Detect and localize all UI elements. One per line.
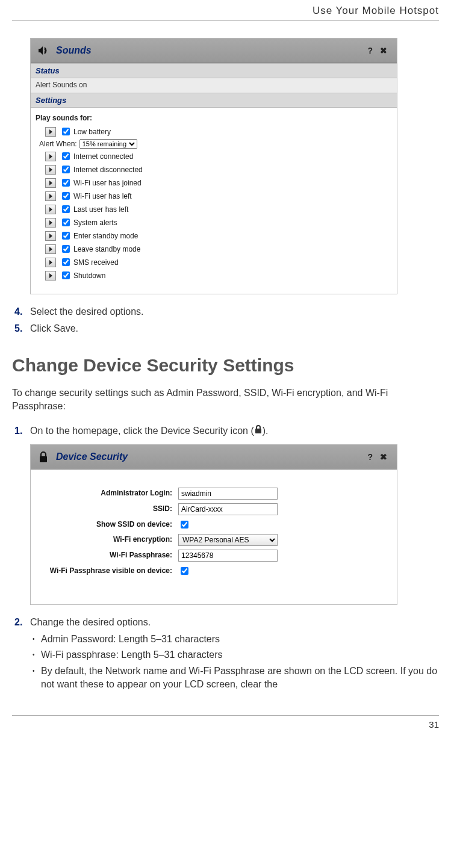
sound-row: Shutdown <box>45 270 392 281</box>
sound-label: Low battery <box>73 128 111 136</box>
sound-label: SMS received <box>73 258 119 267</box>
sound-row: Wi-Fi user has left <box>45 190 392 202</box>
play-icon[interactable] <box>45 165 56 175</box>
checkbox[interactable] <box>62 219 70 226</box>
checkbox[interactable] <box>62 258 70 266</box>
status-header: Status <box>31 63 397 78</box>
checkbox[interactable] <box>62 179 70 187</box>
sound-label: Shutdown <box>73 271 105 280</box>
help-icon[interactable]: ? <box>364 46 376 55</box>
bullet-text: Wi-Fi passphrase: Length 5–31 characters <box>41 648 439 662</box>
play-icon[interactable] <box>45 258 56 267</box>
close-icon[interactable]: ✖ <box>376 452 391 462</box>
sound-label: Enter standby mode <box>73 232 138 240</box>
sound-row: Internet connected <box>45 150 392 162</box>
sound-row: Last user has left <box>45 203 392 215</box>
input-passphrase[interactable] <box>178 550 278 562</box>
play-icon[interactable] <box>45 191 56 201</box>
step-1: 1. On to the homepage, click the Device … <box>14 424 439 438</box>
sound-row-low-battery: Low battery <box>45 126 392 137</box>
play-icon[interactable] <box>45 178 56 188</box>
sound-row: Wi-Fi user has joined <box>45 177 392 188</box>
checkbox[interactable] <box>62 245 70 253</box>
settings-header: Settings <box>31 93 397 108</box>
input-ssid[interactable] <box>178 503 278 515</box>
help-icon[interactable]: ? <box>364 452 376 462</box>
checkbox-passphrase-visible[interactable] <box>181 567 188 575</box>
sounds-title: Sounds <box>56 45 364 56</box>
input-admin-login[interactable] <box>178 488 278 500</box>
sound-label: Wi-Fi user has joined <box>73 179 142 187</box>
footer-divider <box>12 715 439 716</box>
sound-label: System alerts <box>73 219 117 227</box>
sound-row: SMS received <box>45 256 392 268</box>
checkbox[interactable] <box>62 152 70 160</box>
bullet-text: By default, the Network name and Wi-Fi P… <box>41 665 439 692</box>
device-security-panel: Device Security ? ✖ Administrator Login:… <box>30 444 397 605</box>
sound-row: System alerts <box>45 217 392 228</box>
sound-label: Internet connected <box>73 152 133 161</box>
bullet-wifi-passphrase: Wi-Fi passphrase: Length 5–31 characters <box>33 648 439 662</box>
step-number: 5. <box>14 322 30 335</box>
bullet-icon <box>33 665 41 692</box>
checkbox-show-ssid[interactable] <box>181 521 188 529</box>
label-admin-login: Administrator Login: <box>37 489 178 497</box>
page-header-title: Use Your Mobile Hotspot <box>12 0 439 20</box>
play-icon[interactable] <box>45 218 56 228</box>
row-ssid: SSID: <box>37 503 391 515</box>
bullet-icon <box>33 648 41 662</box>
sound-row: Enter standby mode <box>45 230 392 241</box>
checkbox[interactable] <box>62 192 70 200</box>
security-titlebar: Device Security ? ✖ <box>31 445 397 470</box>
page-number: 31 <box>12 719 439 736</box>
step-4: 4. Select the desired options. <box>14 305 439 318</box>
svg-rect-0 <box>255 429 261 433</box>
alert-when-row: Alert When: 15% remaining <box>39 139 392 149</box>
step-number: 4. <box>14 305 30 318</box>
step-number: 2. <box>14 616 30 629</box>
alert-when-select[interactable]: 15% remaining <box>79 139 137 149</box>
play-icon[interactable] <box>45 271 56 281</box>
checkbox[interactable] <box>62 205 70 213</box>
select-encryption[interactable]: WPA2 Personal AES <box>178 534 278 546</box>
sound-label: Last user has left <box>73 205 128 214</box>
speaker-icon <box>37 44 50 57</box>
row-passphrase-visible: Wi-Fi Passphrase visible on device: <box>37 565 391 577</box>
intro-paragraph: To change security settings such as Admi… <box>12 386 439 414</box>
label-passphrase: Wi-Fi Passphrase: <box>37 551 178 559</box>
step-number: 1. <box>14 424 30 438</box>
section-heading: Change Device Security Settings <box>12 355 439 376</box>
alert-when-label: Alert When: <box>39 140 77 148</box>
row-admin-login: Administrator Login: <box>37 488 391 500</box>
row-encryption: Wi-Fi encryption: WPA2 Personal AES <box>37 534 391 546</box>
header-divider <box>12 20 439 21</box>
step-text: Click Save. <box>30 322 439 335</box>
sound-label: Internet disconnected <box>73 166 143 174</box>
play-icon[interactable] <box>45 244 56 254</box>
label-passphrase-visible: Wi-Fi Passphrase visible on device: <box>37 566 178 575</box>
play-icon[interactable] <box>45 231 56 241</box>
checkbox-low-battery[interactable] <box>62 128 70 135</box>
lock-icon <box>37 450 50 463</box>
sounds-panel: Sounds ? ✖ Status Alert Sounds on Settin… <box>30 38 397 294</box>
checkbox[interactable] <box>62 271 70 279</box>
sound-row: Internet disconnected <box>45 164 392 175</box>
play-icon[interactable] <box>45 152 56 161</box>
status-text: Alert Sounds on <box>31 78 397 93</box>
label-ssid: SSID: <box>37 504 178 513</box>
checkbox[interactable] <box>62 232 70 240</box>
sounds-titlebar: Sounds ? ✖ <box>31 39 397 63</box>
close-icon[interactable]: ✖ <box>376 46 391 55</box>
step-2: 2. Change the desired options. <box>14 616 439 629</box>
play-icon[interactable] <box>45 205 56 214</box>
play-icon[interactable] <box>45 127 56 137</box>
label-show-ssid: Show SSID on device: <box>37 520 178 529</box>
step-text: Select the desired options. <box>30 305 439 318</box>
step-text: Change the desired options. <box>30 616 439 629</box>
row-show-ssid: Show SSID on device: <box>37 519 391 530</box>
step-text: On to the homepage, click the Device Sec… <box>30 424 439 438</box>
svg-rect-1 <box>40 456 47 462</box>
label-encryption: Wi-Fi encryption: <box>37 535 178 544</box>
checkbox[interactable] <box>62 166 70 173</box>
bullet-icon <box>33 633 41 646</box>
